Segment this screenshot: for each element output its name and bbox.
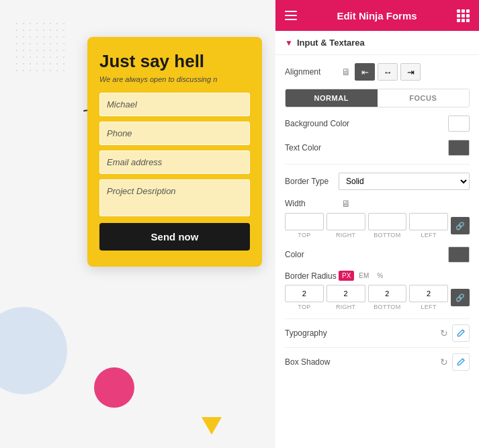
dot-grid-decoration xyxy=(13,20,67,74)
radius-bottom-wrap: BOTTOM xyxy=(368,285,407,310)
border-radius-label: Border Radius xyxy=(285,271,339,281)
panel-title: Edit Ninja Forms xyxy=(337,10,417,21)
width-label: Width xyxy=(285,199,339,208)
width-top-wrap: TOP xyxy=(285,213,324,238)
radius-right-input[interactable] xyxy=(326,285,365,302)
panel-content: Alignment 🖥 ⇤ ↔ ⇥ NORMAL FOCUS Backgroun… xyxy=(275,55,479,448)
right-panel: Edit Ninja Forms ▼ Input & Textarea Alig… xyxy=(275,0,479,448)
email-field[interactable]: Email address xyxy=(99,150,250,174)
typography-refresh-button[interactable]: ↻ xyxy=(440,328,448,339)
right-label: RIGHT xyxy=(336,232,356,238)
width-inputs: TOP RIGHT BOTTOM LEFT 🔗 xyxy=(285,213,470,238)
grid-apps-icon[interactable] xyxy=(457,9,470,22)
border-type-select[interactable]: Solid xyxy=(339,173,470,190)
width-left-wrap: LEFT xyxy=(409,213,448,238)
phone-field[interactable]: Phone xyxy=(99,122,250,145)
bg-color-swatch[interactable] xyxy=(448,116,470,132)
align-right-button[interactable]: ⇥ xyxy=(400,63,421,81)
blob-blue-decoration xyxy=(0,307,67,394)
box-shadow-actions: ↻ xyxy=(440,353,470,371)
name-field[interactable]: Michael xyxy=(99,93,250,116)
form-title: Just say hell xyxy=(99,52,250,71)
box-shadow-row: Box Shadow ↻ xyxy=(285,347,470,376)
hamburger-menu-icon[interactable] xyxy=(285,11,297,20)
background-color-row: Background Color xyxy=(285,116,470,132)
width-left-input[interactable] xyxy=(409,213,448,230)
bottom-label: BOTTOM xyxy=(374,232,400,238)
text-color-row: Text Color xyxy=(285,140,470,156)
typography-edit-button[interactable] xyxy=(452,324,470,342)
radius-link-button[interactable]: 🔗 xyxy=(451,289,470,306)
section-header: ▼ Input & Textarea xyxy=(275,31,479,55)
monitor-icon: 🖥 xyxy=(341,66,351,77)
form-subtitle: We are always open to discussing n xyxy=(99,75,250,83)
width-right-wrap: RIGHT xyxy=(326,213,365,238)
radius-right-label: RIGHT xyxy=(336,304,356,310)
top-label: TOP xyxy=(298,232,310,238)
width-monitor-icon: 🖥 xyxy=(341,198,351,209)
color-row: Color xyxy=(285,247,470,263)
radius-top-input[interactable] xyxy=(285,285,324,302)
border-color-swatch[interactable] xyxy=(448,247,470,263)
width-bottom-wrap: BOTTOM xyxy=(368,213,407,238)
alignment-row: Alignment 🖥 ⇤ ↔ ⇥ xyxy=(285,63,470,81)
text-color-label: Text Color xyxy=(285,143,339,152)
width-link-button[interactable]: 🔗 xyxy=(451,217,470,234)
send-now-button[interactable]: Send now xyxy=(99,223,250,251)
blob-pink-decoration xyxy=(94,367,134,408)
box-shadow-label: Box Shadow xyxy=(285,357,440,367)
radius-left-wrap: LEFT xyxy=(409,285,448,310)
radius-left-input[interactable] xyxy=(409,285,448,302)
chevron-down-icon: ▼ xyxy=(285,38,293,48)
typography-actions: ↻ xyxy=(440,324,470,342)
separator xyxy=(285,164,470,165)
unit-tabs: PX EM % xyxy=(339,271,386,281)
width-bottom-input[interactable] xyxy=(368,213,407,230)
radius-left-label: LEFT xyxy=(421,304,437,310)
tab-normal[interactable]: NORMAL xyxy=(286,89,378,107)
alignment-label: Alignment xyxy=(285,67,339,77)
section-title: Input & Textarea xyxy=(297,38,365,48)
radius-bottom-label: BOTTOM xyxy=(374,304,400,310)
width-top-input[interactable] xyxy=(285,213,324,230)
panel-header: Edit Ninja Forms xyxy=(275,0,479,31)
border-radius-label-row: Border Radius PX EM % xyxy=(285,271,470,281)
project-field[interactable]: Project Desription xyxy=(99,179,250,216)
width-section: Width 🖥 TOP RIGHT BOTTOM LEFT xyxy=(285,198,470,238)
normal-focus-tabs: NORMAL FOCUS xyxy=(285,89,470,107)
form-card: Just say hell We are always open to disc… xyxy=(87,37,262,267)
text-color-swatch[interactable] xyxy=(448,140,470,156)
border-radius-section: Border Radius PX EM % TOP RIGHT xyxy=(285,271,470,310)
em-tab[interactable]: EM xyxy=(355,271,372,281)
radius-inputs: TOP RIGHT BOTTOM LEFT 🔗 xyxy=(285,285,470,310)
align-left-button[interactable]: ⇤ xyxy=(355,63,375,81)
left-label: LEFT xyxy=(421,232,437,238)
px-tab[interactable]: PX xyxy=(339,271,354,281)
radius-right-wrap: RIGHT xyxy=(326,285,365,310)
triangle-yellow-decoration xyxy=(202,417,222,435)
radius-bottom-input[interactable] xyxy=(368,285,407,302)
percent-tab[interactable]: % xyxy=(374,271,386,281)
typography-row: Typography ↻ xyxy=(285,318,470,347)
box-shadow-edit-button[interactable] xyxy=(452,353,470,371)
radius-top-wrap: TOP xyxy=(285,285,324,310)
width-label-row: Width 🖥 xyxy=(285,198,470,209)
align-center-button[interactable]: ↔ xyxy=(378,63,398,81)
preview-area: Just say hell We are always open to disc… xyxy=(0,0,275,448)
bg-color-label: Background Color xyxy=(285,119,349,128)
typography-label: Typography xyxy=(285,328,440,338)
radius-top-label: TOP xyxy=(298,304,310,310)
tab-focus[interactable]: FOCUS xyxy=(378,89,470,107)
width-right-input[interactable] xyxy=(326,213,365,230)
color-label: Color xyxy=(285,250,339,259)
border-type-row: Border Type Solid xyxy=(285,173,470,190)
border-type-label: Border Type xyxy=(285,177,339,186)
box-shadow-refresh-button[interactable]: ↻ xyxy=(440,357,448,367)
